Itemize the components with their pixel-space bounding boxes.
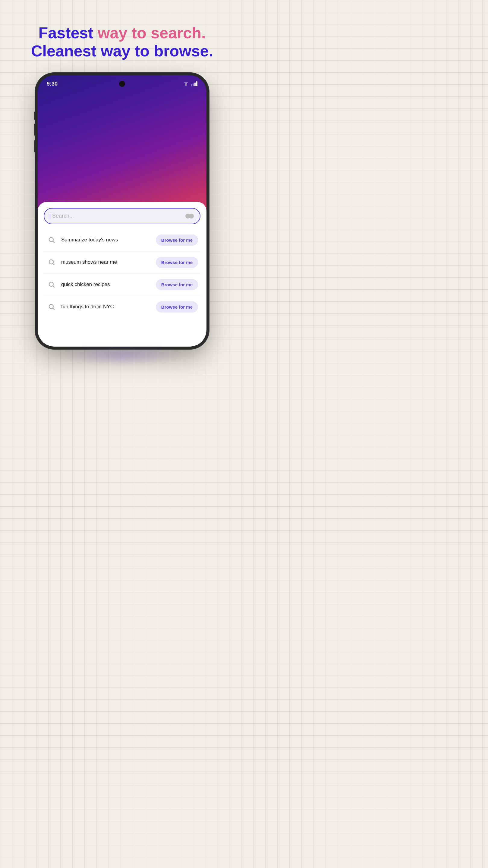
browse-for-me-button[interactable]: Browse for me: [156, 279, 198, 290]
phone-mockup: 9:30: [38, 75, 207, 347]
search-item-text: museum shows near me: [61, 259, 156, 265]
search-icon: [46, 235, 57, 245]
search-placeholder-text: Search...: [52, 213, 185, 219]
signal-icon: [191, 82, 197, 86]
title-line2: Cleanest way to browse.: [31, 42, 213, 60]
screen-content: Search...: [38, 202, 207, 347]
status-time: 9:30: [47, 81, 58, 87]
phone-frame: 9:30: [38, 75, 207, 347]
volume-up-button: [34, 124, 36, 135]
wifi-icon: [183, 81, 189, 87]
search-icon: [46, 257, 57, 268]
phone-shadow: [62, 347, 182, 365]
camera-notch: [119, 81, 125, 87]
search-item-text: quick chicken recipes: [61, 281, 156, 287]
search-bar[interactable]: Search...: [44, 208, 201, 224]
list-item[interactable]: fun things to do in NYC Browse for me: [44, 296, 201, 318]
search-cursor: [50, 213, 50, 219]
svg-line-9: [53, 308, 55, 310]
title-fastest: Fastest: [38, 24, 98, 41]
volume-down-button: [34, 140, 36, 152]
power-button: [34, 112, 36, 120]
search-icon: [46, 301, 57, 312]
search-item-text: Summarize today's news: [61, 237, 156, 243]
phone-screen: 9:30: [38, 75, 207, 347]
search-item-text: fun things to do in NYC: [61, 304, 156, 310]
svg-line-5: [53, 264, 55, 265]
search-icon: [46, 279, 57, 290]
page-title: Fastest way to search. Cleanest way to b…: [19, 24, 225, 60]
browse-for-me-button[interactable]: Browse for me: [156, 301, 198, 313]
mic-icon[interactable]: [185, 213, 194, 219]
title-way-to-search: way to search.: [98, 24, 206, 41]
status-icons: [183, 81, 197, 87]
list-item[interactable]: quick chicken recipes Browse for me: [44, 274, 201, 296]
svg-point-1: [189, 214, 194, 218]
search-results-list: Summarize today's news Browse for me mus…: [44, 229, 201, 318]
browse-for-me-button[interactable]: Browse for me: [156, 235, 198, 246]
svg-line-3: [53, 241, 55, 243]
list-item[interactable]: Summarize today's news Browse for me: [44, 229, 201, 251]
svg-line-7: [53, 286, 55, 287]
browse-for-me-button[interactable]: Browse for me: [156, 257, 198, 268]
list-item[interactable]: museum shows near me Browse for me: [44, 251, 201, 274]
status-bar: 9:30: [38, 75, 207, 87]
